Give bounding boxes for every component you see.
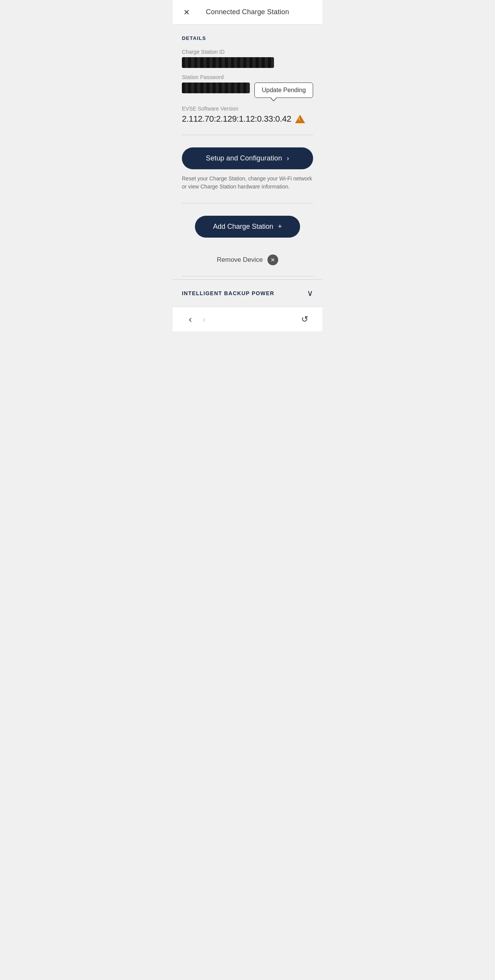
divider-1 <box>182 135 313 135</box>
warning-triangle <box>295 115 305 123</box>
details-label: DETAILS <box>182 35 313 41</box>
update-pending-tooltip: Update Pending <box>254 83 313 98</box>
evse-version: 2.112.70:2.129:1.12:0.33:0.42 <box>182 114 291 124</box>
charge-station-id-label: Charge Station ID <box>182 49 313 55</box>
divider-2 <box>182 203 313 203</box>
add-section: Add Charge Station + <box>173 207 322 247</box>
forward-button[interactable]: › <box>197 312 211 326</box>
details-section: DETAILS Charge Station ID Station Passwo… <box>173 25 322 132</box>
setup-description: Reset your Charge Station, change your W… <box>182 175 313 191</box>
charge-station-id-value <box>182 57 274 68</box>
header: ✕ Connected Charge Station <box>173 0 322 25</box>
backup-power-section[interactable]: INTELLIGENT BACKUP POWER ∨ <box>173 279 322 307</box>
password-row: Update Pending <box>182 83 313 98</box>
setup-config-button[interactable]: Setup and Configuration › <box>182 147 313 169</box>
evse-software-label: EVSE Software Version <box>182 106 313 112</box>
add-charge-station-button[interactable]: Add Charge Station + <box>195 216 300 238</box>
close-button[interactable]: ✕ <box>180 6 193 18</box>
bottom-navigation: ‹ › ↺ <box>173 307 322 331</box>
back-button[interactable]: ‹ <box>183 312 197 326</box>
divider-3 <box>182 276 313 276</box>
warning-icon <box>295 114 305 124</box>
header-title: Connected Charge Station <box>206 8 289 16</box>
add-icon: + <box>278 223 282 231</box>
chevron-down-icon[interactable]: ∨ <box>307 288 313 298</box>
refresh-button[interactable]: ↺ <box>298 312 312 326</box>
station-password-label: Station Password <box>182 74 313 80</box>
setup-chevron-icon: › <box>287 154 289 162</box>
backup-power-label: INTELLIGENT BACKUP POWER <box>182 290 274 296</box>
setup-section: Setup and Configuration › Reset your Cha… <box>173 138 322 200</box>
station-password-value <box>182 83 250 93</box>
remove-label: Remove Device <box>217 256 263 264</box>
remove-row: Remove Device ✕ <box>173 247 322 273</box>
main-content: DETAILS Charge Station ID Station Passwo… <box>173 25 322 307</box>
remove-icon[interactable]: ✕ <box>267 255 278 265</box>
version-row: 2.112.70:2.129:1.12:0.33:0.42 <box>182 114 313 124</box>
